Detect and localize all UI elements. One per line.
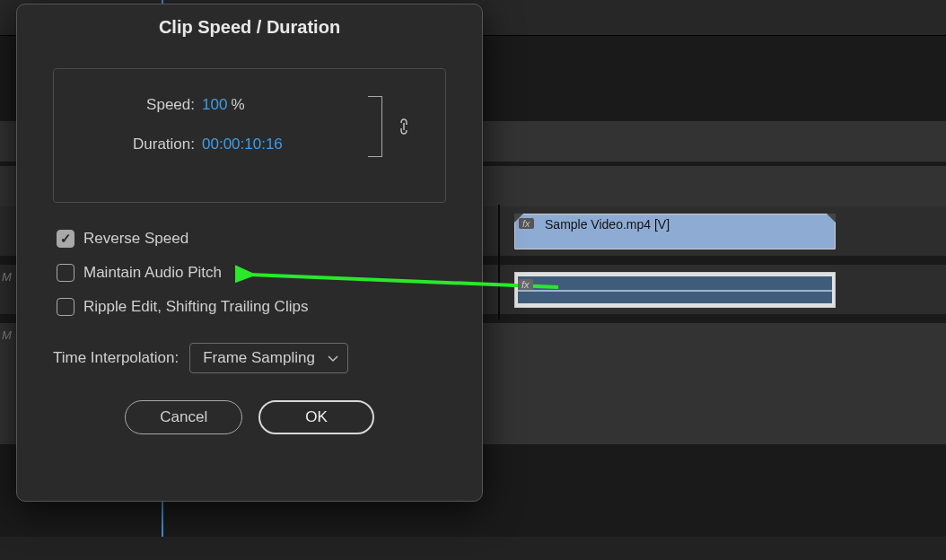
ripple-edit-label: Ripple Edit, Shifting Trailing Clips [83,298,308,316]
clip-name: Sample Video.mp4 [V] [545,217,670,232]
speed-input[interactable]: 100 [202,96,227,114]
duration-input[interactable]: 00:00:10:16 [202,136,283,153]
clip-handle-right[interactable] [827,214,836,223]
ripple-edit-checkbox[interactable] [57,298,74,316]
reverse-speed-checkbox[interactable] [57,230,74,248]
clip-speed-duration-dialog: Clip Speed / Duration Speed: 100 % Durat… [16,4,483,502]
speed-percent-label: % [231,96,244,114]
timeline-divider [498,205,500,319]
dropdown-value: Frame Sampling [203,349,315,366]
clip-handle-left[interactable] [514,214,523,223]
track-mute-label: M [0,265,13,289]
ok-button[interactable]: OK [258,400,374,434]
track-mute-label: M [0,323,13,347]
gang-link-icon[interactable] [397,118,411,139]
audio-clip[interactable]: fx [514,272,836,308]
footer-bar [0,537,946,560]
time-interpolation-label: Time Interpolation: [53,349,179,367]
reverse-speed-label: Reverse Speed [83,230,188,248]
speed-duration-group: Speed: 100 % Duration: 00:00:10:16 [53,68,446,203]
link-bracket [368,96,382,157]
dialog-title: Clip Speed / Duration [17,4,482,50]
cancel-button[interactable]: Cancel [125,400,242,434]
audio-waveform [518,276,832,303]
chevron-down-icon [328,349,338,367]
fx-badge[interactable]: fx [518,279,533,290]
maintain-audio-pitch-label: Maintain Audio Pitch [83,264,222,282]
duration-label: Duration: [72,136,202,153]
video-clip[interactable]: fx Sample Video.mp4 [V] [514,214,836,249]
time-interpolation-dropdown[interactable]: Frame Sampling [189,343,348,373]
maintain-audio-pitch-checkbox[interactable] [57,264,74,282]
speed-label: Speed: [72,96,202,114]
